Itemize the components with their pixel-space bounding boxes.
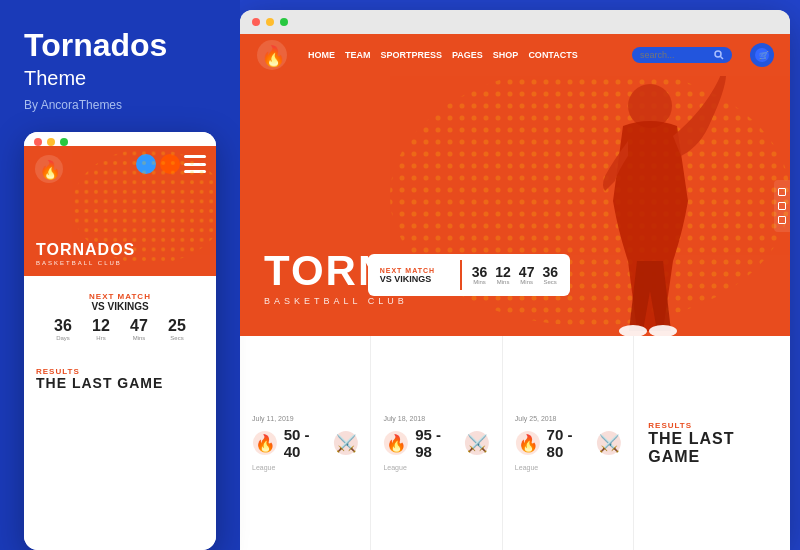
mobile-hero-icons [136, 154, 206, 174]
mobile-icon-orange [160, 154, 180, 174]
mobile-countdown: 36 Days 12 Hrs 47 Mins 25 Secs [44, 318, 196, 341]
svg-point-6 [715, 51, 721, 57]
side-dot-2 [778, 202, 786, 210]
side-dot-1 [778, 188, 786, 196]
hero-next-match-bar: NEXT MATCH VS VIKINGS 36 Mins 12 Mins 47 [368, 254, 570, 296]
dot-yellow [47, 138, 55, 146]
hnm-count-0: 36 Mins [472, 265, 488, 285]
desktop-browser-content: 🔥 HOME TEAM SPORTPRESS PAGES SHOP CONTAC… [240, 34, 790, 550]
rc-score-3: 70 - 80 [547, 426, 590, 460]
side-dots [774, 180, 790, 232]
cart-icon[interactable]: 🛒 [750, 43, 774, 67]
svg-line-7 [721, 57, 724, 60]
mobile-hero: 🔥 TORNADOS BASKE [24, 146, 216, 276]
hero-player [550, 76, 750, 336]
svg-text:🔥: 🔥 [39, 159, 62, 181]
nav-contacts[interactable]: CONTACTS [528, 50, 577, 60]
hnm-count-3: 36 Secs [542, 265, 558, 285]
desktop-results-row: July 11, 2019 🔥 50 - 40 ⚔️ League [240, 336, 790, 550]
right-panel: 🔥 HOME TEAM SPORTPRESS PAGES SHOP CONTAC… [240, 10, 790, 550]
hnm-vs: VS VIKINGS [380, 274, 450, 284]
svg-text:🛒: 🛒 [759, 50, 769, 60]
svg-text:🔥: 🔥 [386, 433, 407, 454]
hnm-label: NEXT MATCH [380, 267, 450, 274]
mobile-flame-logo: 🔥 [34, 154, 64, 184]
rc-category-1: League [252, 464, 358, 471]
dt-dot-yellow [266, 18, 274, 26]
search-icon [714, 50, 724, 60]
mobile-top-bar [24, 132, 216, 146]
mobile-menu-icon[interactable] [184, 155, 206, 173]
left-panel: Tornados Theme By AncoraThemes 🔥 [0, 0, 240, 550]
result-card-2: July 18, 2018 🔥 95 - 98 ⚔️ League [371, 336, 502, 550]
mobile-hero-text: TORNADOS BASKETBALL CLUB [36, 242, 204, 266]
rc-score-row-3: 🔥 70 - 80 ⚔️ [515, 426, 621, 460]
mobile-mockup: 🔥 TORNADOS BASKE [24, 132, 216, 550]
desktop-nav-items: HOME TEAM SPORTPRESS PAGES SHOP CONTACTS [308, 50, 620, 60]
svg-text:🔥: 🔥 [518, 433, 539, 454]
rc-logo-viking-2: ⚔️ [464, 429, 490, 457]
svg-text:⚔️: ⚔️ [467, 433, 488, 454]
mobile-hero-title: TORNADOS [36, 242, 204, 258]
brand-subtitle: Theme [24, 67, 216, 90]
desktop-flame-logo: 🔥 [256, 39, 288, 71]
rc-logo-flame-1: 🔥 [252, 429, 278, 457]
hnm-count-1: 12 Mins [495, 265, 511, 285]
rc-date-2: July 18, 2018 [383, 415, 489, 422]
rc-date-1: July 11, 2019 [252, 415, 358, 422]
nav-shop[interactable]: SHOP [493, 50, 519, 60]
search-input[interactable] [640, 50, 710, 60]
rc-category-3: League [515, 464, 621, 471]
mobile-count-days: 36 Days [54, 318, 72, 341]
desktop-nav: 🔥 HOME TEAM SPORTPRESS PAGES SHOP CONTAC… [240, 34, 790, 76]
desktop-search[interactable] [632, 47, 732, 63]
mobile-next-match: NEXT MATCH VS VIKINGS 36 Days 12 Hrs 47 … [34, 284, 206, 349]
mobile-icon-blue [136, 154, 156, 174]
rc-category-2: League [383, 464, 489, 471]
brand-by: By AncoraThemes [24, 98, 216, 112]
result-card-1: July 11, 2019 🔥 50 - 40 ⚔️ League [240, 336, 371, 550]
rlc-label: RESULTS [648, 421, 776, 430]
svg-text:⚔️: ⚔️ [335, 433, 356, 454]
rc-logo-viking-1: ⚔️ [333, 429, 359, 457]
mobile-results-title: THE LAST GAME [36, 376, 204, 391]
mobile-count-mins: 47 Mins [130, 318, 148, 341]
svg-text:🔥: 🔥 [261, 44, 286, 68]
rc-score-row-1: 🔥 50 - 40 ⚔️ [252, 426, 358, 460]
nav-sportpress[interactable]: SPORTPRESS [381, 50, 443, 60]
rc-score-2: 95 - 98 [415, 426, 458, 460]
dot-green [60, 138, 68, 146]
side-dot-3 [778, 216, 786, 224]
hnm-count-2: 47 Mins [519, 265, 535, 285]
hnm-divider [460, 260, 462, 290]
rc-score-row-2: 🔥 95 - 98 ⚔️ [383, 426, 489, 460]
mobile-hero-sub: BASKETBALL CLUB [36, 260, 204, 266]
hnm-text: NEXT MATCH VS VIKINGS [380, 267, 450, 284]
rlc-title: THE LAST GAME [648, 430, 776, 465]
svg-text:🔥: 🔥 [255, 433, 276, 454]
nav-pages[interactable]: PAGES [452, 50, 483, 60]
hero-subtitle: BASKETBALL CLUB [264, 296, 520, 306]
nav-home[interactable]: HOME [308, 50, 335, 60]
dt-dot-red [252, 18, 260, 26]
rc-logo-flame-3: 🔥 [515, 429, 541, 457]
mobile-results: RESULTS THE LAST GAME [24, 357, 216, 550]
rc-score-1: 50 - 40 [284, 426, 327, 460]
rc-logo-flame-2: 🔥 [383, 429, 409, 457]
desktop-hero: TORNADOS BASKETBALL CLUB NEXT MATCH VS V… [240, 76, 790, 336]
brand-title: Tornados [24, 28, 216, 63]
rc-logo-viking-3: ⚔️ [596, 429, 622, 457]
mobile-vs: VS VIKINGS [44, 301, 196, 312]
svg-text:⚔️: ⚔️ [598, 433, 619, 454]
result-last-card: RESULTS THE LAST GAME [634, 336, 790, 550]
mobile-count-secs: 25 Secs [168, 318, 186, 341]
hnm-countdown: 36 Mins 12 Mins 47 Mins 36 Secs [472, 265, 558, 285]
dt-dot-green [280, 18, 288, 26]
rc-date-3: July 25, 2018 [515, 415, 621, 422]
desktop-top-bar [240, 10, 790, 34]
result-card-3: July 25, 2018 🔥 70 - 80 ⚔️ League [503, 336, 634, 550]
mobile-next-label: NEXT MATCH [44, 292, 196, 301]
dot-red [34, 138, 42, 146]
mobile-count-hrs: 12 Hrs [92, 318, 110, 341]
nav-team[interactable]: TEAM [345, 50, 371, 60]
